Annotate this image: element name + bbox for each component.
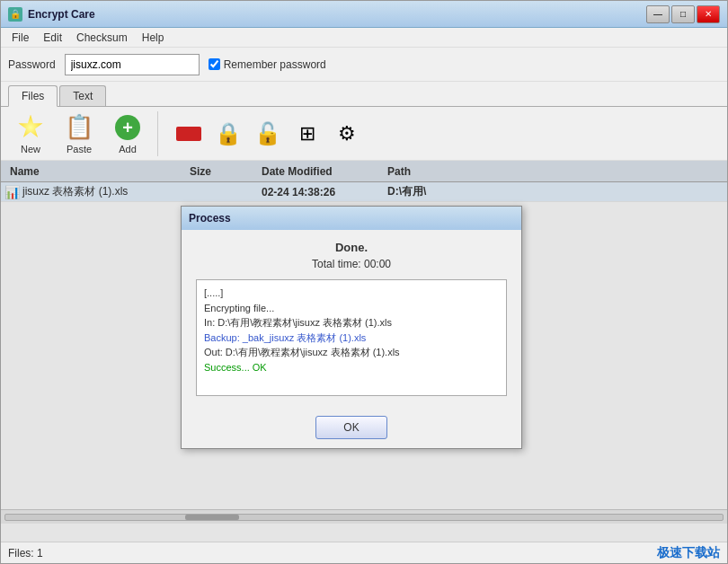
toolbar: New 📋 Paste + Add 🔒 🔓 ⊞: [1, 107, 727, 161]
new-label: New: [21, 144, 40, 154]
modal-log[interactable]: [.....] Encrypting file... In: D:\有用\教程素…: [196, 279, 507, 396]
menu-bar: File Edit Checksum Help: [1, 28, 727, 48]
red-block-icon: [176, 127, 201, 141]
log-line-5: Success... OK: [204, 360, 499, 375]
process-dialog: Process Done. Total time: 00:00 [.....] …: [181, 206, 522, 449]
paste-icon: 📋: [65, 113, 93, 142]
close-button[interactable]: ✕: [697, 5, 720, 23]
tabs-bar: Files Text: [1, 82, 727, 107]
password-label: Password: [8, 58, 56, 71]
menu-edit[interactable]: Edit: [36, 30, 69, 46]
modal-title: Process: [189, 212, 231, 225]
title-bar-left: 🔒 Encrypt Care: [8, 7, 95, 22]
paste-label: Paste: [67, 144, 92, 154]
menu-checksum[interactable]: Checksum: [69, 30, 135, 46]
password-input[interactable]: [65, 54, 200, 75]
grid-icon: ⊞: [299, 122, 315, 145]
log-line-3: Backup: _bak_jisuxz 表格素材 (1).xls: [204, 330, 499, 346]
lock-open-icon: 🔓: [254, 121, 281, 146]
tab-text[interactable]: Text: [59, 85, 106, 106]
watermark-text: 极速下载站: [657, 545, 720, 561]
modal-done-text: Done.: [196, 241, 507, 254]
decrypt-button[interactable]: 🔓: [252, 118, 284, 150]
add-label: Add: [119, 144, 137, 154]
add-icon: +: [113, 113, 142, 142]
window-title: Encrypt Care: [28, 8, 95, 21]
toolbar-right: 🔒 🔓 ⊞ ⚙: [173, 118, 363, 150]
gear-icon: ⚙: [338, 122, 356, 145]
settings-button[interactable]: ⚙: [331, 118, 363, 150]
main-window: 🔒 Encrypt Care — □ ✕ File Edit Checksum …: [0, 0, 728, 564]
lock-closed-icon: 🔒: [215, 121, 242, 146]
window-controls: — □ ✕: [646, 5, 720, 23]
paste-button[interactable]: 📋 Paste: [57, 109, 102, 159]
new-icon: [16, 113, 45, 142]
menu-file[interactable]: File: [4, 30, 36, 46]
remember-checkbox[interactable]: [209, 58, 220, 70]
remember-password-group: Remember password: [209, 58, 326, 71]
modal-overlay: Process Done. Total time: 00:00 [.....] …: [1, 161, 727, 542]
log-line-4: Out: D:\有用\教程素材\jisuxz 表格素材 (1).xls: [204, 345, 499, 360]
status-bar: Files: 1 极速下载站: [1, 542, 727, 563]
app-icon: 🔒: [8, 7, 22, 22]
log-line-1: Encrypting file...: [204, 301, 499, 316]
new-button[interactable]: New: [8, 109, 53, 159]
modal-time-text: Total time: 00:00: [196, 258, 507, 270]
maximize-button[interactable]: □: [671, 5, 695, 23]
ok-button[interactable]: OK: [315, 416, 387, 439]
tab-files[interactable]: Files: [8, 85, 58, 107]
modal-title-bar: Process: [182, 207, 521, 230]
modal-content: Done. Total time: 00:00 [.....] Encrypti…: [182, 230, 521, 407]
remember-label: Remember password: [224, 58, 326, 71]
grid-button[interactable]: ⊞: [291, 118, 324, 150]
password-bar: Password Remember password: [1, 48, 727, 82]
file-area: Name Size Date Modified Path 📊 jisuxz 表格…: [1, 161, 727, 542]
minimize-button[interactable]: —: [646, 5, 670, 23]
title-bar: 🔒 Encrypt Care — □ ✕: [1, 1, 727, 28]
toolbar-sep-1: [157, 111, 158, 156]
red-rect-button[interactable]: [173, 118, 205, 150]
encrypt-button[interactable]: 🔒: [212, 118, 244, 150]
log-line-2: In: D:\有用\教程素材\jisuxz 表格素材 (1).xls: [204, 315, 499, 330]
modal-footer: OK: [182, 407, 521, 448]
files-count: Files: 1: [8, 547, 43, 560]
add-button[interactable]: + Add: [105, 109, 150, 159]
menu-help[interactable]: Help: [135, 30, 172, 46]
log-line-0: [.....]: [204, 286, 499, 301]
